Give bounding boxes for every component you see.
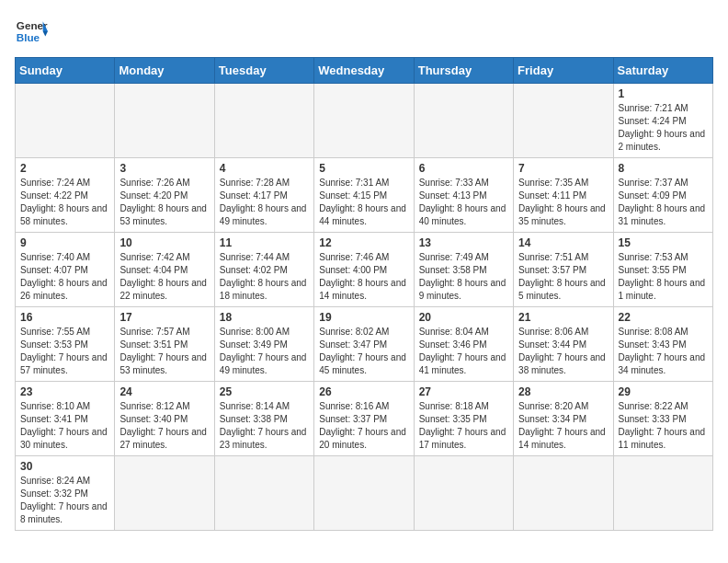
day-number: 11 — [220, 236, 309, 249]
day-info: Sunrise: 7:51 AM Sunset: 3:57 PM Dayligh… — [518, 251, 608, 303]
day-number: 19 — [319, 311, 408, 324]
calendar-cell-4-6: 21Sunrise: 8:06 AM Sunset: 3:44 PM Dayli… — [514, 307, 613, 382]
logo: General Blue — [15, 15, 48, 48]
calendar-table: SundayMondayTuesdayWednesdayThursdayFrid… — [15, 57, 713, 531]
calendar-cell-2-6: 7Sunrise: 7:35 AM Sunset: 4:11 PM Daylig… — [514, 158, 613, 233]
calendar-cell-2-5: 6Sunrise: 7:33 AM Sunset: 4:13 PM Daylig… — [414, 158, 513, 233]
day-number: 3 — [119, 162, 209, 175]
day-number: 8 — [619, 162, 708, 175]
day-info: Sunrise: 7:57 AM Sunset: 3:51 PM Dayligh… — [119, 326, 209, 377]
day-number: 4 — [220, 162, 309, 175]
logo-icon: General Blue — [15, 15, 48, 48]
calendar-cell-1-4 — [314, 84, 414, 158]
week-row-1: 1Sunrise: 7:21 AM Sunset: 4:24 PM Daylig… — [16, 84, 713, 158]
calendar-cell-1-1 — [16, 84, 115, 158]
calendar-cell-5-1: 23Sunrise: 8:10 AM Sunset: 3:41 PM Dayli… — [16, 382, 115, 456]
day-number: 9 — [20, 236, 109, 249]
day-info: Sunrise: 7:55 AM Sunset: 3:53 PM Dayligh… — [20, 326, 109, 377]
calendar-cell-1-3 — [214, 84, 313, 158]
weekday-header-monday: Monday — [115, 58, 214, 84]
calendar-cell-4-4: 19Sunrise: 8:02 AM Sunset: 3:47 PM Dayli… — [314, 307, 414, 382]
weekday-header-row: SundayMondayTuesdayWednesdayThursdayFrid… — [16, 58, 713, 84]
calendar-cell-6-4 — [314, 456, 414, 531]
day-info: Sunrise: 7:31 AM Sunset: 4:15 PM Dayligh… — [319, 177, 408, 228]
calendar-cell-5-7: 29Sunrise: 8:22 AM Sunset: 3:33 PM Dayli… — [613, 382, 712, 456]
day-info: Sunrise: 8:24 AM Sunset: 3:32 PM Dayligh… — [20, 475, 109, 526]
day-number: 27 — [419, 385, 508, 398]
day-number: 16 — [20, 311, 109, 324]
calendar-cell-5-6: 28Sunrise: 8:20 AM Sunset: 3:34 PM Dayli… — [514, 382, 613, 456]
day-number: 7 — [518, 162, 608, 175]
day-number: 2 — [20, 162, 109, 175]
calendar-cell-6-1: 30Sunrise: 8:24 AM Sunset: 3:32 PM Dayli… — [16, 456, 115, 531]
day-number: 23 — [20, 385, 109, 398]
day-number: 14 — [518, 236, 608, 249]
calendar-cell-6-6 — [514, 456, 613, 531]
day-number: 18 — [220, 311, 309, 324]
day-info: Sunrise: 8:16 AM Sunset: 3:37 PM Dayligh… — [319, 400, 408, 452]
header: General Blue — [15, 15, 713, 48]
day-number: 1 — [619, 87, 708, 100]
day-info: Sunrise: 7:46 AM Sunset: 4:00 PM Dayligh… — [319, 251, 408, 303]
day-info: Sunrise: 8:00 AM Sunset: 3:49 PM Dayligh… — [220, 326, 309, 377]
week-row-5: 23Sunrise: 8:10 AM Sunset: 3:41 PM Dayli… — [16, 382, 713, 456]
calendar-cell-6-2 — [115, 456, 214, 531]
calendar-cell-2-7: 8Sunrise: 7:37 AM Sunset: 4:09 PM Daylig… — [613, 158, 712, 233]
calendar-cell-3-1: 9Sunrise: 7:40 AM Sunset: 4:07 PM Daylig… — [16, 233, 115, 307]
day-number: 20 — [419, 311, 508, 324]
calendar-cell-2-4: 5Sunrise: 7:31 AM Sunset: 4:15 PM Daylig… — [314, 158, 414, 233]
calendar-cell-5-5: 27Sunrise: 8:18 AM Sunset: 3:35 PM Dayli… — [414, 382, 513, 456]
day-info: Sunrise: 7:21 AM Sunset: 4:24 PM Dayligh… — [619, 102, 708, 154]
week-row-4: 16Sunrise: 7:55 AM Sunset: 3:53 PM Dayli… — [16, 307, 713, 382]
svg-marker-3 — [43, 31, 48, 36]
day-info: Sunrise: 7:49 AM Sunset: 3:58 PM Dayligh… — [419, 251, 508, 303]
day-info: Sunrise: 8:10 AM Sunset: 3:41 PM Dayligh… — [20, 400, 109, 452]
calendar-cell-1-2 — [115, 84, 214, 158]
calendar-cell-1-6 — [514, 84, 613, 158]
calendar-cell-5-4: 26Sunrise: 8:16 AM Sunset: 3:37 PM Dayli… — [314, 382, 414, 456]
day-number: 28 — [518, 385, 608, 398]
calendar-cell-1-5 — [414, 84, 513, 158]
day-number: 12 — [319, 236, 408, 249]
day-info: Sunrise: 7:28 AM Sunset: 4:17 PM Dayligh… — [220, 177, 309, 228]
weekday-header-tuesday: Tuesday — [214, 58, 313, 84]
calendar-cell-3-5: 13Sunrise: 7:49 AM Sunset: 3:58 PM Dayli… — [414, 233, 513, 307]
day-number: 21 — [518, 311, 608, 324]
calendar-cell-2-1: 2Sunrise: 7:24 AM Sunset: 4:22 PM Daylig… — [16, 158, 115, 233]
day-number: 25 — [220, 385, 309, 398]
day-info: Sunrise: 8:14 AM Sunset: 3:38 PM Dayligh… — [220, 400, 309, 452]
calendar-cell-6-5 — [414, 456, 513, 531]
calendar-cell-2-2: 3Sunrise: 7:26 AM Sunset: 4:20 PM Daylig… — [115, 158, 214, 233]
day-number: 17 — [119, 311, 209, 324]
calendar-cell-4-2: 17Sunrise: 7:57 AM Sunset: 3:51 PM Dayli… — [115, 307, 214, 382]
day-info: Sunrise: 7:44 AM Sunset: 4:02 PM Dayligh… — [220, 251, 309, 303]
calendar-cell-3-7: 15Sunrise: 7:53 AM Sunset: 3:55 PM Dayli… — [613, 233, 712, 307]
day-number: 22 — [619, 311, 708, 324]
calendar-cell-3-2: 10Sunrise: 7:42 AM Sunset: 4:04 PM Dayli… — [115, 233, 214, 307]
day-info: Sunrise: 8:08 AM Sunset: 3:43 PM Dayligh… — [619, 326, 708, 377]
day-info: Sunrise: 7:53 AM Sunset: 3:55 PM Dayligh… — [619, 251, 708, 303]
day-number: 29 — [619, 385, 708, 398]
calendar-cell-5-2: 24Sunrise: 8:12 AM Sunset: 3:40 PM Dayli… — [115, 382, 214, 456]
day-info: Sunrise: 7:40 AM Sunset: 4:07 PM Dayligh… — [20, 251, 109, 303]
calendar-cell-2-3: 4Sunrise: 7:28 AM Sunset: 4:17 PM Daylig… — [214, 158, 313, 233]
calendar-cell-1-7: 1Sunrise: 7:21 AM Sunset: 4:24 PM Daylig… — [613, 84, 712, 158]
day-number: 13 — [419, 236, 508, 249]
calendar-cell-5-3: 25Sunrise: 8:14 AM Sunset: 3:38 PM Dayli… — [214, 382, 313, 456]
day-number: 5 — [319, 162, 408, 175]
day-info: Sunrise: 8:12 AM Sunset: 3:40 PM Dayligh… — [119, 400, 209, 452]
day-info: Sunrise: 8:18 AM Sunset: 3:35 PM Dayligh… — [419, 400, 508, 452]
day-number: 30 — [20, 460, 109, 473]
day-info: Sunrise: 8:04 AM Sunset: 3:46 PM Dayligh… — [419, 326, 508, 377]
day-info: Sunrise: 8:20 AM Sunset: 3:34 PM Dayligh… — [518, 400, 608, 452]
weekday-header-thursday: Thursday — [414, 58, 513, 84]
svg-text:Blue: Blue — [17, 31, 40, 43]
weekday-header-friday: Friday — [514, 58, 613, 84]
calendar-cell-6-7 — [613, 456, 712, 531]
calendar-cell-4-7: 22Sunrise: 8:08 AM Sunset: 3:43 PM Dayli… — [613, 307, 712, 382]
day-number: 10 — [119, 236, 209, 249]
day-number: 26 — [319, 385, 408, 398]
day-info: Sunrise: 7:35 AM Sunset: 4:11 PM Dayligh… — [518, 177, 608, 228]
weekday-header-saturday: Saturday — [613, 58, 712, 84]
day-info: Sunrise: 7:26 AM Sunset: 4:20 PM Dayligh… — [119, 177, 209, 228]
